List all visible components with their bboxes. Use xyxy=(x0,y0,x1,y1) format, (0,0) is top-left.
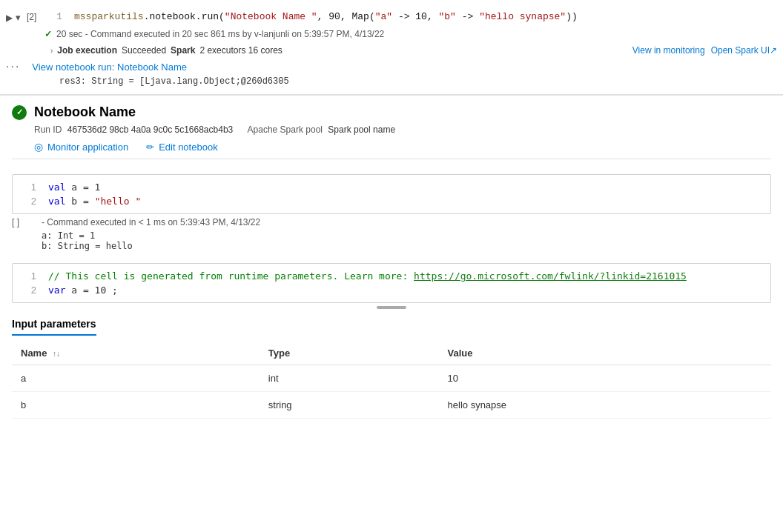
sort-icon[interactable]: ↑↓ xyxy=(53,350,60,358)
res-line: res3: String = [Ljava.lang.Object;@260d6… xyxy=(0,75,783,88)
spark-label: Spark xyxy=(171,45,195,56)
col-name-header[interactable]: Name ↑↓ xyxy=(12,342,260,365)
section-title: Input parameters xyxy=(12,318,96,336)
code-comment-line: // This cell is generated from runtime p… xyxy=(48,270,687,282)
notebook-title: Notebook Name xyxy=(34,104,136,120)
job-status: Succeeded xyxy=(122,45,166,56)
spark-info: 2 executors 16 cores xyxy=(199,45,282,56)
code-val-a: val a = 1 xyxy=(48,182,100,193)
line-number-1: 1 xyxy=(24,182,36,193)
monitor-application-button[interactable]: ◎ Monitor application xyxy=(34,141,128,153)
learn-more-link[interactable]: https://go.microsoft.com/fwlink/?linkid=… xyxy=(414,270,687,282)
col-type-header[interactable]: Type xyxy=(260,342,439,365)
code-val-b: val b = "hello " xyxy=(48,196,141,207)
param-value-a: 10 xyxy=(439,365,771,392)
monitor-icon: ◎ xyxy=(34,141,43,153)
line-number-c2-2: 2 xyxy=(24,285,36,296)
run-id-value: 467536d2 98cb 4a0a 9c0c 5c1668acb4b3 xyxy=(67,124,234,135)
open-spark-ui-link[interactable]: Open Spark UI↗ xyxy=(711,45,777,56)
run-icon[interactable]: ▶ xyxy=(6,13,13,23)
line-number: 1 xyxy=(50,11,62,22)
execution-message: 20 sec - Command executed in 20 sec 861 … xyxy=(56,29,384,39)
param-type-a: int xyxy=(260,365,439,392)
run-id-label: Run ID xyxy=(34,124,62,135)
cell-execution-message: - Command executed in < 1 ms on 5:39:43 … xyxy=(42,217,260,227)
table-row: b string hello synapse xyxy=(12,392,771,419)
param-type-b: string xyxy=(260,392,439,419)
view-monitoring-link[interactable]: View in monitoring xyxy=(632,45,705,56)
cell-index-bracket: [ ] xyxy=(12,217,36,227)
more-options-dots[interactable]: ··· xyxy=(6,60,20,73)
param-value-b: hello synapse xyxy=(439,392,771,419)
col-value-header[interactable]: Value xyxy=(439,342,771,365)
param-name-a: a xyxy=(12,365,260,392)
code-line-1: mssparkutils.notebook.run("Notebook Name… xyxy=(74,11,578,22)
param-name-b: b xyxy=(12,392,260,419)
line-number-2: 2 xyxy=(24,196,36,207)
params-table: Name ↑↓ Type Value a int 10 xyxy=(12,342,771,419)
pool-value: Spark pool name xyxy=(328,124,395,135)
view-notebook-run-link[interactable]: View notebook run: Notebook Name xyxy=(32,61,187,73)
check-icon: ✓ xyxy=(44,29,52,39)
job-execution-label: Job execution xyxy=(57,45,117,56)
chevron-right-icon[interactable]: › xyxy=(50,47,53,55)
table-row: a int 10 xyxy=(12,365,771,392)
success-badge: ✓ xyxy=(12,105,27,120)
code-var-a: var a = 10 ; xyxy=(48,285,118,296)
scrollbar-handle[interactable] xyxy=(377,306,406,309)
edit-notebook-button[interactable]: ✏ Edit notebook xyxy=(146,141,218,153)
line-number-c2-1: 1 xyxy=(24,270,36,282)
output-a: a: Int = 1 xyxy=(42,230,771,241)
pool-label: Apache Spark pool xyxy=(248,124,323,135)
edit-icon: ✏ xyxy=(146,142,154,153)
expand-icon[interactable]: ▾ xyxy=(16,12,21,23)
cell-number: [2] xyxy=(27,10,50,22)
output-b: b: String = hello xyxy=(42,241,771,251)
